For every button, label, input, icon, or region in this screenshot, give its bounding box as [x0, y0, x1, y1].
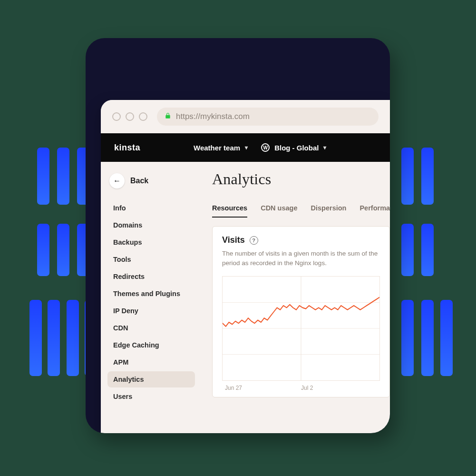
- sidebar-item-ip-deny[interactable]: IP Deny: [107, 303, 195, 319]
- app-top-bar: kinsta Weather team ▾ W Blog - Global ▾: [101, 133, 390, 162]
- url-bar[interactable]: https://mykinsta.com: [157, 108, 379, 126]
- url-text: https://mykinsta.com: [176, 112, 250, 121]
- wordpress-icon: W: [261, 143, 270, 152]
- brand-logo[interactable]: kinsta: [114, 143, 140, 153]
- sidebar-nav: Info Domains Backups Tools Redirects The…: [107, 200, 195, 405]
- content-area: ← Back Info Domains Backups Tools Redire…: [101, 162, 390, 433]
- sidebar-item-redirects[interactable]: Redirects: [107, 268, 195, 285]
- back-label: Back: [130, 177, 148, 185]
- tab-resources[interactable]: Resources: [212, 201, 247, 218]
- help-icon[interactable]: ?: [250, 236, 258, 245]
- sidebar-item-backups[interactable]: Backups: [107, 234, 195, 250]
- sidebar-item-themes-plugins[interactable]: Themes and Plugins: [107, 286, 195, 302]
- browser-window: https://mykinsta.com kinsta Weather team…: [101, 100, 390, 433]
- sidebar-item-users[interactable]: Users: [107, 388, 195, 405]
- x-label: Jul 2: [301, 385, 313, 391]
- visits-card: Visits ? The number of visits in a given…: [212, 226, 390, 397]
- chevron-down-icon: ▾: [323, 144, 326, 151]
- tab-bar: Resources CDN usage Dispersion Performan…: [212, 201, 390, 218]
- traffic-light[interactable]: [139, 112, 147, 121]
- tab-dispersion[interactable]: Dispersion: [311, 201, 347, 218]
- tab-cdn-usage[interactable]: CDN usage: [261, 201, 297, 218]
- visits-card-header: Visits ?: [222, 235, 380, 245]
- page-title: Analytics: [212, 170, 390, 188]
- chevron-down-icon: ▾: [245, 144, 248, 151]
- visits-description: The number of visits in a given month is…: [222, 249, 380, 268]
- sidebar-item-apm[interactable]: APM: [107, 354, 195, 370]
- team-dropdown[interactable]: Weather team ▾: [194, 144, 248, 152]
- tab-performance[interactable]: Performance: [359, 201, 390, 218]
- visits-title: Visits: [222, 235, 245, 245]
- back-row: ← Back: [107, 173, 195, 188]
- sidebar-item-domains[interactable]: Domains: [107, 217, 195, 233]
- browser-chrome: https://mykinsta.com: [101, 100, 390, 133]
- back-button[interactable]: ←: [109, 173, 125, 188]
- chart-x-labels: Jun 27 Jul 2: [222, 385, 380, 391]
- sidebar-item-analytics[interactable]: Analytics: [107, 371, 195, 387]
- site-label: Blog - Global: [274, 144, 319, 152]
- site-dropdown[interactable]: W Blog - Global ▾: [261, 143, 326, 152]
- tablet-frame: https://mykinsta.com kinsta Weather team…: [86, 38, 390, 433]
- visits-chart: [222, 276, 380, 381]
- team-label: Weather team: [194, 144, 240, 152]
- x-label: Jun 27: [222, 385, 301, 391]
- sidebar-item-tools[interactable]: Tools: [107, 251, 195, 268]
- arrow-left-icon: ←: [113, 177, 121, 185]
- lock-icon: [165, 112, 171, 121]
- sidebar-item-cdn[interactable]: CDN: [107, 320, 195, 336]
- main-panel: Analytics Resources CDN usage Dispersion…: [201, 162, 390, 433]
- sidebar: ← Back Info Domains Backups Tools Redire…: [101, 162, 201, 433]
- traffic-lights: [112, 112, 147, 121]
- traffic-light[interactable]: [112, 112, 121, 121]
- traffic-light[interactable]: [126, 112, 134, 121]
- sidebar-item-edge-caching[interactable]: Edge Caching: [107, 337, 195, 353]
- sidebar-item-info[interactable]: Info: [107, 200, 195, 216]
